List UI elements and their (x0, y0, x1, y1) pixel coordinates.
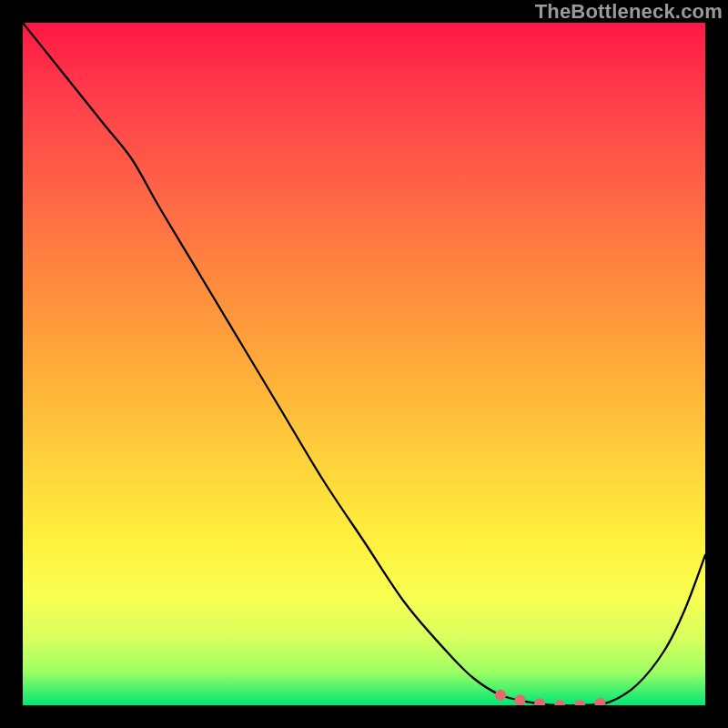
chart-frame: TheBottleneck.com (0, 0, 728, 728)
bottleneck-curve (23, 23, 705, 705)
curve-layer (23, 23, 705, 705)
watermark-text: TheBottleneck.com (535, 0, 723, 24)
